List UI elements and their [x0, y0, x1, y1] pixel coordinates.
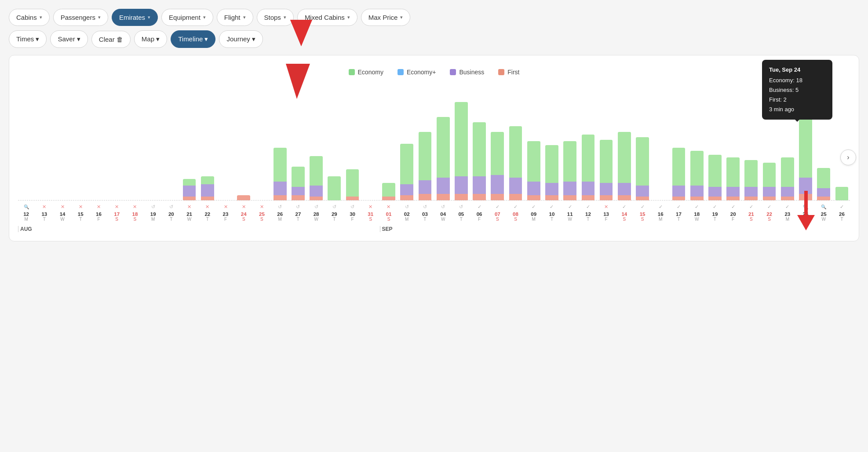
date-col: 06F [471, 211, 487, 222]
tooltip-time: 3 min ago [769, 105, 825, 114]
bar-col[interactable] [417, 95, 433, 200]
next-button[interactable]: › [840, 149, 856, 165]
btn-label-saver: Saver ▾ [58, 35, 80, 43]
bar-col[interactable] [109, 95, 125, 200]
bar-col[interactable] [199, 95, 215, 200]
bar-col[interactable] [290, 95, 306, 200]
legend-economy-plus: Economy+ [398, 69, 436, 76]
date-day: M [145, 217, 161, 222]
bar-icon: ↺ [145, 204, 161, 210]
filter-btn-timeline[interactable]: Timeline ▾ [171, 30, 215, 48]
bar-col[interactable] [254, 95, 270, 200]
filter-btn-map[interactable]: Map ▾ [134, 30, 167, 48]
bar-col[interactable] [217, 95, 233, 200]
date-col: 14W [54, 211, 70, 222]
bar-col[interactable] [707, 95, 723, 200]
date-col: 14S [616, 211, 632, 222]
date-num: 23 [217, 211, 233, 217]
date-day: S [634, 217, 650, 222]
date-num: 19 [707, 211, 723, 217]
date-day: F [598, 217, 614, 222]
filter-btn-passengers[interactable]: Passengers▾ [53, 9, 108, 26]
bar-stack [199, 95, 215, 200]
date-num: 02 [399, 211, 415, 217]
filter-btn-stops[interactable]: Stops▾ [257, 9, 294, 26]
bar-col[interactable] [344, 95, 361, 200]
bar-col[interactable] [671, 95, 687, 200]
date-col: 09M [525, 211, 542, 222]
bar-col[interactable] [543, 95, 560, 200]
bar-stack [54, 95, 70, 200]
bar-col[interactable] [272, 95, 288, 200]
date-day: W [308, 217, 325, 222]
date-num: 18 [689, 211, 705, 217]
bar-icon: ↺ [344, 204, 361, 210]
date-day: S [743, 217, 759, 222]
bar-col[interactable] [507, 95, 524, 200]
bar-col[interactable] [634, 95, 650, 200]
bar-stack [344, 95, 361, 200]
bar-icon: ✕ [127, 204, 143, 210]
bar-col[interactable] [91, 95, 107, 200]
filter-btn-saver[interactable]: Saver ▾ [50, 30, 88, 48]
bar-col[interactable] [236, 95, 252, 200]
btn-label-max-price: Max Price [368, 14, 398, 21]
bar-col[interactable] [73, 95, 89, 200]
filter-btn-mixed-cabins[interactable]: Mixed Cabins▾ [297, 9, 357, 26]
bar-col[interactable] [127, 95, 143, 200]
bar-col[interactable] [181, 95, 197, 200]
filter-btn-flight[interactable]: Flight▾ [217, 9, 253, 26]
tooltip-first: First: 2 [769, 95, 825, 105]
bar-stack [453, 95, 469, 200]
bar-stack [362, 95, 379, 200]
filter-btn-equipment[interactable]: Equipment▾ [161, 9, 213, 26]
date-day: S [380, 217, 397, 222]
btn-label-stops: Stops [264, 14, 281, 21]
bar-col[interactable] [689, 95, 705, 200]
bar-col[interactable] [598, 95, 614, 200]
bar-col[interactable] [18, 95, 34, 200]
bar-col[interactable] [36, 95, 52, 200]
bar-col[interactable] [725, 95, 741, 200]
bar-col[interactable] [380, 95, 397, 200]
bar-col[interactable] [525, 95, 542, 200]
bar-icon: ↺ [435, 204, 451, 210]
legend-label-economy-plus: Economy+ [407, 69, 436, 76]
bar-col[interactable] [471, 95, 487, 200]
bar-col[interactable] [743, 95, 759, 200]
bar-col[interactable] [54, 95, 70, 200]
bar-col[interactable] [489, 95, 506, 200]
chart-container: EconomyEconomy+BusinessFirst Tue, Sep 24… [9, 55, 859, 241]
date-day: M [399, 217, 415, 222]
bar-col[interactable] [145, 95, 161, 200]
date-day: T [326, 217, 343, 222]
bar-col[interactable] [163, 95, 179, 200]
bar-col[interactable] [308, 95, 325, 200]
bar-col[interactable] [326, 95, 343, 200]
bar-col[interactable] [453, 95, 469, 200]
filter-btn-emirates[interactable]: Emirates▾ [112, 9, 158, 26]
chevron-icon: ▾ [284, 15, 286, 20]
bar-col[interactable] [580, 95, 596, 200]
filter-btn-times[interactable]: Times ▾ [9, 30, 47, 48]
filter-btn-clear[interactable]: Clear 🗑 [91, 31, 131, 48]
date-num: 12 [18, 211, 34, 217]
date-col: 02M [399, 211, 415, 222]
date-col: 12T [580, 211, 596, 222]
bar-icon: 🔍 [18, 204, 34, 209]
bar-col[interactable] [562, 95, 578, 200]
date-day: S [507, 217, 524, 222]
date-num: 21 [743, 211, 759, 217]
filter-btn-journey[interactable]: Journey ▾ [219, 30, 263, 48]
bar-col[interactable] [616, 95, 632, 200]
date-num: 31 [362, 211, 379, 217]
bar-stack [653, 95, 669, 200]
filter-btn-max-price[interactable]: Max Price▾ [361, 9, 411, 26]
bar-col[interactable] [399, 95, 415, 200]
bars-wrapper [18, 86, 850, 200]
filter-btn-cabins[interactable]: Cabins▾ [9, 9, 50, 26]
bar-col[interactable] [653, 95, 669, 200]
bar-col[interactable] [362, 95, 379, 200]
bar-col[interactable] [435, 95, 451, 200]
bar-col[interactable] [834, 95, 850, 200]
